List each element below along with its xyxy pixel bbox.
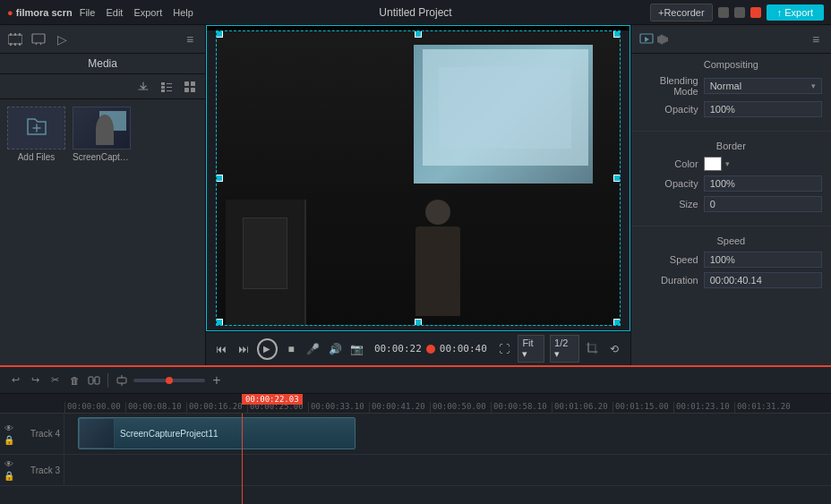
undo-button[interactable]: ↩: [7, 372, 23, 389]
crop-button[interactable]: [585, 340, 602, 358]
ruler-mark-1: 00:00:08.10: [125, 402, 186, 413]
handle-ml[interactable]: [216, 175, 223, 182]
handle-tl[interactable]: [216, 30, 223, 38]
add-files-item[interactable]: Add Files: [7, 107, 65, 162]
delete-button[interactable]: 🗑: [66, 372, 82, 389]
opacity-value[interactable]: 100%: [704, 101, 822, 117]
list-icon[interactable]: [158, 79, 175, 95]
skip-start-button[interactable]: ⏮: [213, 340, 230, 358]
right-panel-toolbar: ≡: [631, 25, 831, 54]
monitor-icon[interactable]: [30, 31, 47, 47]
fit-select[interactable]: Fit ▾: [518, 335, 544, 363]
clip-label: ScreenCaptureProject11: [115, 429, 224, 439]
color-row: Color ▾: [640, 157, 822, 171]
handle-br[interactable]: [613, 319, 621, 326]
speed-label: Speed: [640, 254, 698, 265]
add-files-thumb[interactable]: [7, 107, 65, 149]
handle-mr[interactable]: [613, 175, 621, 182]
close-button[interactable]: [750, 7, 761, 18]
maximize-button[interactable]: [734, 7, 745, 18]
title-bar: ● filmora scrn File Edit Export Help Unt…: [0, 0, 831, 25]
filmstrip-icon[interactable]: [7, 31, 23, 47]
track-4-clip[interactable]: ScreenCaptureProject11: [78, 417, 356, 449]
zoom-track[interactable]: [133, 379, 205, 382]
menu-edit[interactable]: Edit: [106, 7, 123, 18]
handle-tr[interactable]: [613, 30, 621, 38]
add-files-label: Add Files: [18, 152, 56, 162]
mic-button[interactable]: 🎤: [304, 340, 321, 358]
snap-button[interactable]: [114, 372, 130, 389]
svg-rect-24: [89, 377, 93, 384]
divider-2: [631, 226, 831, 226]
video-clip-item[interactable]: ScreenCapturePro...: [73, 107, 131, 162]
ruler-mark-8: 00:01:06.20: [552, 402, 613, 413]
track-4-eye-button[interactable]: 👁: [4, 423, 13, 433]
toolbar-divider: [107, 373, 108, 388]
svg-rect-15: [167, 90, 172, 91]
ruler-mark-5: 00:00:41.20: [369, 402, 430, 413]
grid-icon[interactable]: [182, 79, 198, 95]
color-swatch[interactable]: [704, 157, 722, 171]
camera-button[interactable]: 📷: [348, 340, 365, 358]
blending-mode-value[interactable]: Normal ▾: [704, 78, 822, 94]
media-subbar: [0, 74, 205, 99]
video-clip-thumb[interactable]: [73, 107, 131, 149]
handle-bl[interactable]: [216, 319, 223, 326]
current-timecode: 00:00:22: [374, 343, 422, 355]
track-3-eye-button[interactable]: 👁: [4, 459, 13, 469]
import-icon[interactable]: [135, 79, 151, 95]
person-silhouette: [416, 200, 460, 316]
fullscreen-button[interactable]: ⛶: [496, 340, 513, 358]
rotate-button[interactable]: ⟲: [606, 340, 623, 358]
left-panel: ▷ ≡ Media: [0, 25, 206, 365]
preview-canvas: [207, 30, 630, 331]
svg-rect-17: [191, 81, 195, 86]
stop-button[interactable]: ■: [283, 340, 300, 358]
ratio-select[interactable]: 1/2 ▾: [550, 335, 579, 363]
menu-help[interactable]: Help: [173, 7, 193, 18]
audio-properties-icon[interactable]: [655, 31, 671, 47]
track-4-lock-button[interactable]: 🔒: [4, 435, 14, 445]
color-controls: ▾: [704, 157, 730, 171]
track-3-lock-button[interactable]: 🔒: [4, 471, 14, 481]
timeline-ruler: 00:00:22.03 00:00:00.00 00:00:08.10 00:0…: [0, 394, 831, 414]
prev-frame-button[interactable]: ⏭: [236, 340, 253, 358]
duration-row: Duration 00:00:40.14: [640, 272, 822, 288]
track-3-row: 👁 🔒 Track 3: [0, 455, 831, 486]
svg-rect-13: [167, 87, 172, 88]
size-value[interactable]: 0: [704, 196, 822, 212]
left-wall: [226, 200, 306, 325]
cut-button[interactable]: ✂: [47, 372, 63, 389]
recorder-button[interactable]: +Recorder: [650, 4, 713, 21]
panel-menu-icon[interactable]: ≡: [808, 31, 824, 47]
video-properties-icon[interactable]: [638, 31, 655, 47]
menu-export[interactable]: Export: [133, 7, 162, 18]
handle-tm[interactable]: [415, 30, 422, 38]
export-button[interactable]: ↑ Export: [767, 4, 824, 21]
ruler-mark-11: 00:01:31.20: [734, 402, 795, 413]
group-button[interactable]: [86, 372, 102, 389]
timeline-toolbar: ↩ ↪ ✂ 🗑 +: [0, 367, 831, 394]
border-opacity-label: Opacity: [640, 178, 698, 189]
menu-dots-icon[interactable]: ≡: [182, 31, 198, 47]
svg-rect-14: [161, 90, 165, 92]
svg-rect-0: [8, 35, 22, 44]
border-opacity-value[interactable]: 100%: [704, 175, 822, 192]
svg-rect-10: [161, 82, 165, 85]
play-button[interactable]: ▶: [257, 338, 278, 360]
cursor-icon[interactable]: ▷: [54, 31, 70, 47]
panel-title-label: Media: [0, 54, 205, 74]
redo-button[interactable]: ↪: [27, 372, 43, 389]
clip-thumb-img: [80, 419, 114, 448]
track-4-icons: 👁 🔒: [4, 423, 14, 445]
minimize-button[interactable]: [718, 7, 729, 18]
speed-value[interactable]: 100%: [704, 252, 822, 268]
volume-button[interactable]: 🔊: [327, 340, 344, 358]
duration-value[interactable]: 00:00:40.14: [704, 272, 822, 288]
svg-marker-23: [645, 37, 649, 42]
menu-file[interactable]: File: [80, 7, 96, 18]
add-track-button[interactable]: +: [209, 372, 225, 389]
svg-rect-4: [10, 43, 12, 46]
handle-bm[interactable]: [415, 319, 422, 326]
color-dropdown-arrow[interactable]: ▾: [725, 159, 730, 168]
